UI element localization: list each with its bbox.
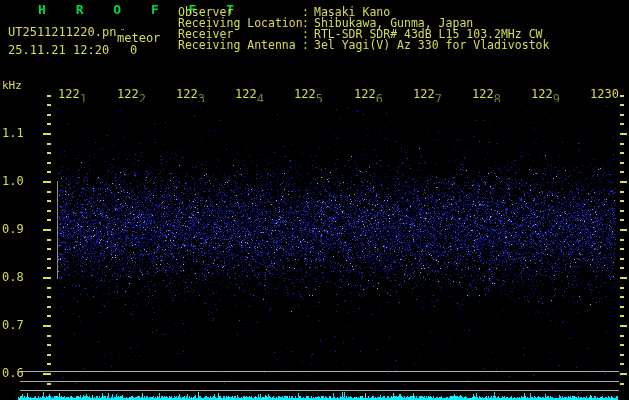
minor-tick <box>47 95 51 97</box>
y-axis-label-0.9: 0.9 <box>2 223 24 235</box>
x-axis-label-1225: 1225 <box>294 88 323 102</box>
minor-tick <box>620 152 624 154</box>
major-tick <box>620 325 627 327</box>
mode-label-meteor: meteor <box>117 32 160 44</box>
minor-tick <box>47 354 51 356</box>
start-trace-line <box>57 181 58 279</box>
minor-tick <box>620 267 624 269</box>
minor-tick <box>47 219 51 221</box>
x-axis-label-1227: 1227 <box>413 88 442 102</box>
minor-tick <box>47 335 51 337</box>
minor-tick <box>620 219 624 221</box>
minor-tick <box>620 296 624 298</box>
minor-tick <box>47 191 51 193</box>
minor-tick <box>47 200 51 202</box>
carrier-line-3 <box>20 390 619 391</box>
x-axis-label-1221: 1221 <box>58 88 87 102</box>
minor-tick <box>47 114 51 116</box>
minor-tick <box>620 114 624 116</box>
minor-tick <box>47 210 51 212</box>
carrier-line-2 <box>20 381 619 382</box>
major-tick <box>620 229 627 231</box>
minor-tick <box>620 335 624 337</box>
y-axis-label-0.8: 0.8 <box>2 271 24 283</box>
major-tick <box>620 373 627 375</box>
minor-tick <box>620 210 624 212</box>
minor-tick <box>47 239 51 241</box>
hrofft-spectrogram-page: { "header": { "app_title": "H R O F F T"… <box>0 0 629 400</box>
minor-tick <box>47 143 51 145</box>
major-tick <box>43 277 51 279</box>
minor-tick <box>620 95 624 97</box>
major-tick <box>620 277 627 279</box>
major-tick <box>43 181 51 183</box>
major-tick <box>43 229 51 231</box>
minor-tick <box>620 171 624 173</box>
minor-tick <box>47 123 51 125</box>
minor-tick <box>47 287 51 289</box>
minor-tick <box>620 248 624 250</box>
minor-tick <box>47 258 51 260</box>
echo-counter: 0 <box>130 44 137 56</box>
colon: : <box>302 40 314 51</box>
minor-tick <box>620 143 624 145</box>
minor-tick <box>47 363 51 365</box>
major-tick <box>43 325 51 327</box>
minor-tick <box>47 267 51 269</box>
x-axis-label-1229: 1229 <box>531 88 560 102</box>
minor-tick <box>620 344 624 346</box>
minor-tick <box>47 248 51 250</box>
minor-tick <box>47 383 51 385</box>
minor-tick <box>47 344 51 346</box>
minor-tick <box>47 162 51 164</box>
filename-text: UT2511211220.pn <box>8 26 116 38</box>
carrier-line-1 <box>20 371 619 372</box>
spectrogram-canvas <box>0 0 629 400</box>
major-tick <box>620 133 627 135</box>
x-axis-label-1226: 1226 <box>354 88 383 102</box>
minor-tick <box>620 200 624 202</box>
y-axis-unit-label: kHz <box>2 80 22 92</box>
info-value: 3el Yagi(V) Az 330 for Vladivostok <box>314 38 549 52</box>
x-axis-label-1230: 1230 <box>590 88 619 102</box>
minor-tick <box>620 258 624 260</box>
info-row-antenna: Receiving Antenna:3el Yagi(V) Az 330 for… <box>178 40 549 51</box>
minor-tick <box>620 363 624 365</box>
minor-tick <box>620 104 624 106</box>
x-axis-label-1228: 1228 <box>472 88 501 102</box>
x-axis-label-1223: 1223 <box>176 88 205 102</box>
minor-tick <box>620 306 624 308</box>
y-axis-label-1.0: 1.0 <box>2 175 24 187</box>
observation-datetime: 25.11.21 12:20 <box>8 44 109 56</box>
info-label: Receiving Antenna <box>178 40 302 51</box>
minor-tick <box>620 239 624 241</box>
major-tick <box>43 373 51 375</box>
y-axis-label-0.7: 0.7 <box>2 319 24 331</box>
x-axis-label-1222: 1222 <box>117 88 146 102</box>
minor-tick <box>620 315 624 317</box>
minor-tick <box>47 306 51 308</box>
minor-tick <box>47 296 51 298</box>
minor-tick <box>620 191 624 193</box>
major-tick <box>620 181 627 183</box>
minor-tick <box>47 171 51 173</box>
minor-tick <box>620 383 624 385</box>
y-axis-label-1.1: 1.1 <box>2 127 24 139</box>
minor-tick <box>47 152 51 154</box>
minor-tick <box>620 123 624 125</box>
minor-tick <box>47 315 51 317</box>
minor-tick <box>620 162 624 164</box>
minor-tick <box>620 354 624 356</box>
minor-tick <box>47 104 51 106</box>
y-axis-label-0.6: 0.6 <box>2 367 24 379</box>
minor-tick <box>620 287 624 289</box>
major-tick <box>43 133 51 135</box>
x-axis-label-1224: 1224 <box>235 88 264 102</box>
